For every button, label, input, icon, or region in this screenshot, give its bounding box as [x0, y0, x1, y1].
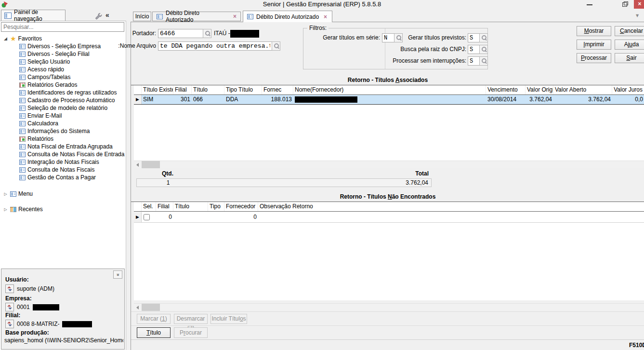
sidebar-item[interactable]: Relatórios	[0, 135, 126, 143]
ajuda-button[interactable]: Ajuda	[615, 40, 644, 50]
collapse-userpanel-button[interactable]: «	[113, 270, 122, 279]
filter-label: Gerar títulos em série:	[305, 33, 380, 42]
sidebar-item-label: Gestão de Contas a Pagar	[27, 174, 96, 181]
change-company-icon[interactable]	[5, 303, 14, 311]
sidebar-item[interactable]: Enviar E-Mail	[0, 112, 126, 120]
sidebar-item-label: Informações do Sistema	[27, 128, 90, 135]
collapsed-triangle-icon[interactable]: ▷	[3, 192, 8, 196]
scroll-left-arrow-icon[interactable]	[134, 304, 142, 311]
sidebar-item[interactable]: Acesso rápido	[0, 66, 126, 73]
imprimir-button[interactable]: Imprimir	[577, 40, 611, 50]
minimize-button[interactable]	[587, 4, 592, 5]
sidebar-item[interactable]: Seleção Usuário	[0, 58, 126, 66]
sidebar-item[interactable]: Diversos - Seleção Empresa	[0, 42, 126, 50]
tab-debito-direto-1[interactable]: Débito Direto Autorizado ×	[152, 12, 241, 21]
tab-close-icon[interactable]: ×	[233, 13, 237, 20]
navigation-panel-tab[interactable]: Painel de navegação	[1, 10, 66, 21]
scrollbar-thumb[interactable]	[142, 161, 160, 168]
sidebar-item[interactable]: Cadastro de Processo Automático	[0, 96, 126, 104]
sidebar-item[interactable]: Integração de Notas Fiscais	[0, 158, 126, 166]
column-header: Nome(Fornecedor)	[293, 85, 486, 94]
current-row-marker-icon: ▶	[134, 212, 142, 222]
sidebar-item[interactable]: Relatórios Gerados	[0, 81, 126, 89]
scroll-left-arrow-icon[interactable]	[134, 161, 142, 168]
sidebar-item-icon	[19, 67, 26, 72]
tab-close-icon[interactable]: ×	[324, 13, 327, 20]
tab-debito-direto-2-active[interactable]: Débito Direto Autorizado ×	[243, 11, 332, 22]
associados-row-selected[interactable]: ▶ SIM 301 066 DDA 188.013 30/08/2014 3.7…	[134, 95, 644, 105]
expanded-triangle-icon[interactable]: ◢	[3, 36, 8, 41]
sidebar-item-icon	[19, 52, 26, 57]
sidebar-item-label: Consulta de Notas Fiscais de Entrada	[27, 151, 124, 158]
filter-previstos-field[interactable]	[468, 33, 480, 42]
search-input[interactable]	[1, 22, 124, 32]
scrollbar-thumb[interactable]	[142, 304, 160, 311]
column-header: Sel.	[142, 202, 156, 211]
cell-titulo-existe: SIM	[142, 95, 173, 104]
titulo-button[interactable]: Título	[137, 327, 171, 338]
cancelar-button[interactable]: Cancelar	[615, 26, 644, 36]
sidebar-item-icon	[19, 144, 26, 149]
procurar-button[interactable]: Procurar	[174, 327, 208, 338]
filter-cnpj-search-icon[interactable]	[479, 45, 488, 54]
close-button[interactable]: ×	[634, 0, 644, 9]
filter-previstos-search-icon[interactable]	[479, 33, 488, 42]
sidebar-item[interactable]: Identificadores de regras utilizados	[0, 89, 126, 96]
processar-button[interactable]: Processar	[577, 53, 611, 63]
associados-horizontal-scrollbar[interactable]	[134, 161, 644, 168]
sidebar-item-icon	[19, 75, 26, 80]
portador-search-icon[interactable]	[203, 29, 211, 38]
sair-button[interactable]: Sair	[615, 53, 644, 63]
sidebar-item-icon	[19, 175, 26, 180]
nome-arquivo-field[interactable]	[158, 41, 272, 51]
column-header: Filial	[173, 85, 192, 94]
settings-wrench-icon[interactable]	[95, 13, 103, 22]
mostrar-button[interactable]: Mostrar	[577, 26, 611, 36]
collapsed-triangle-icon[interactable]: ▷	[3, 207, 8, 212]
filter-interrupcoes-field[interactable]	[468, 56, 480, 66]
marcar-button[interactable]: Marcar (1)	[137, 314, 171, 324]
filter-cnpj-field[interactable]	[468, 45, 480, 54]
change-branch-icon[interactable]	[5, 320, 14, 328]
sidebar-item[interactable]: Diversos - Seleção Filial	[0, 50, 126, 58]
redacted-branch	[62, 321, 92, 327]
sidebar-item-label: Diversos - Seleção Empresa	[27, 43, 101, 50]
tab-form-icon	[157, 14, 163, 19]
restore-button[interactable]	[622, 1, 628, 6]
current-row-marker-icon: ▶	[134, 95, 142, 104]
tab-label: Débito Direto Autorizado	[166, 10, 228, 23]
row-select-checkbox[interactable]	[144, 214, 150, 220]
filter-interrupcoes-search-icon[interactable]	[479, 56, 488, 66]
nao-encontrados-row[interactable]: ▶ 0 0	[134, 212, 644, 223]
sidebar-item-label: Seleção Usuário	[27, 58, 70, 65]
filter-label: Processar sem interrupções:	[388, 56, 466, 66]
nome-arquivo-search-icon[interactable]	[272, 41, 280, 51]
tree-node-favoritos[interactable]: ◢ ★ Favoritos	[0, 35, 126, 42]
cell-vencimento: 30/08/2014	[486, 95, 526, 104]
tree-node-recentes[interactable]: ▷ Recentes	[0, 205, 126, 213]
sidebar-item[interactable]: Calculadora	[0, 120, 126, 127]
sidebar-item-label: Campos/Tabelas	[27, 74, 70, 81]
sidebar-item[interactable]: Gestão de Contas a Pagar	[0, 174, 126, 181]
sidebar-item[interactable]: Consulta de Notas Fiscais de Entrada	[0, 150, 126, 158]
sidebar-item[interactable]: Seleção de modelo de relatório	[0, 104, 126, 112]
tab-overflow-dropdown-icon[interactable]: ▼	[636, 13, 639, 18]
portador-field[interactable]	[158, 29, 203, 38]
incluir-titulos-button[interactable]: Incluir Títulos	[210, 314, 247, 324]
tab-inicio[interactable]: Início	[133, 12, 151, 21]
sidebar-item[interactable]: Campos/Tabelas	[0, 73, 126, 81]
sidebar-item[interactable]: Consulta de Notas Fiscais	[0, 166, 126, 174]
sidebar-item-icon	[19, 167, 26, 173]
row-marker-column	[134, 85, 142, 94]
tree-node-menu[interactable]: ▷ Menu	[0, 190, 126, 198]
cell-observacao	[258, 212, 644, 222]
divider	[131, 325, 644, 326]
change-user-icon[interactable]	[5, 284, 14, 293]
desmarcar-button[interactable]: Desmarcar (2)	[174, 314, 208, 324]
sidebar-item[interactable]: Informações do Sistema	[0, 127, 126, 135]
sidebar-item[interactable]: Nota Fiscal de Entrada Agrupada	[0, 143, 126, 150]
menu-label: Menu	[18, 190, 33, 197]
collapse-panel-icon[interactable]: «	[105, 11, 109, 19]
sidebar-item-icon	[19, 129, 26, 134]
nao-encontrados-horizontal-scrollbar[interactable]	[134, 303, 644, 311]
